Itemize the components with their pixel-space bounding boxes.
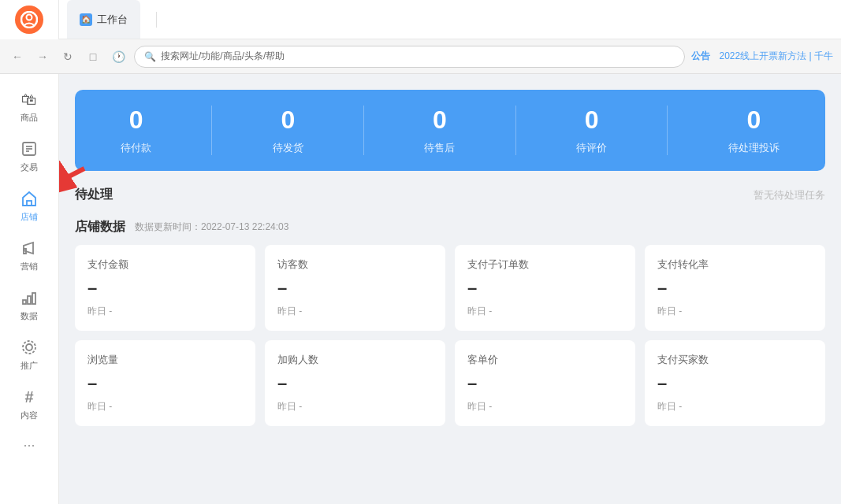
card-payment-amount: 支付金额 – 昨日 - [75, 245, 255, 331]
top-bar-divider [156, 12, 157, 28]
sidebar-item-data-label: 数据 [20, 310, 38, 322]
goods-icon: 🛍 [20, 90, 39, 109]
sidebar-item-content-label: 内容 [20, 410, 38, 421]
card-page-views: 浏览量 – 昨日 - [75, 340, 255, 426]
card-add-cart-value: – [277, 373, 433, 394]
card-paying-buyers: 支付买家数 – 昨日 - [645, 340, 825, 426]
content-icon: # [20, 387, 39, 406]
stat-pending-review-label: 待评价 [576, 141, 607, 155]
history-button[interactable]: 🕐 [109, 47, 128, 66]
card-paying-buyers-yesterday: 昨日 - [657, 400, 813, 413]
pending-title: 待处理 [75, 187, 113, 203]
shop-data-title: 店铺数据 [75, 219, 125, 235]
sidebar-item-marketing-label: 营销 [20, 261, 38, 272]
sidebar-item-promote[interactable]: 推广 [0, 330, 58, 380]
tab-workbench-label: 工作台 [97, 13, 128, 27]
card-paying-buyers-title: 支付买家数 [657, 353, 813, 367]
sidebar-item-trade[interactable]: 交易 [0, 132, 58, 181]
sidebar-item-data[interactable]: 数据 [0, 280, 58, 330]
card-payment-orders-title: 支付子订单数 [467, 258, 623, 272]
card-page-views-yesterday: 昨日 - [87, 400, 243, 413]
svg-point-10 [26, 344, 32, 350]
forward-button[interactable]: → [33, 47, 52, 66]
sidebar-item-marketing[interactable]: 营销 [0, 231, 58, 280]
announcement-text: 2022线上开票新方法 | 千牛 [720, 50, 833, 61]
new-tab-button[interactable]: □ [84, 47, 102, 66]
stat-pending-ship[interactable]: 0 待发货 [273, 106, 303, 155]
promote-icon [20, 338, 39, 357]
card-add-cart-title: 加购人数 [277, 353, 433, 367]
logo-icon [15, 6, 43, 34]
sidebar-item-promote-label: 推广 [20, 360, 38, 372]
sidebar-more[interactable]: ··· [0, 429, 58, 461]
shop-data-header: 店铺数据 数据更新时间：2022-07-13 22:24:03 [75, 219, 825, 235]
sidebar-item-goods[interactable]: 🛍 商品 [0, 82, 58, 132]
pending-section-header: 待处理 暂无待处理任务 [75, 187, 825, 203]
stat-divider-2 [363, 106, 364, 155]
stat-pending-after-sale-value: 0 [433, 106, 447, 135]
tab-workbench-icon: 🏠 [80, 13, 92, 26]
pending-empty-text: 暂无待处理任务 [754, 188, 825, 202]
stat-pending-ship-label: 待发货 [273, 141, 303, 155]
stat-pending-payment-value: 0 [129, 106, 143, 135]
card-payment-orders-value: – [467, 278, 623, 298]
trade-icon [20, 139, 39, 158]
stat-pending-payment-label: 待付款 [121, 141, 151, 155]
stats-banner: 0 待付款 0 待发货 0 待售后 0 待评价 0 待处理投诉 [75, 90, 825, 171]
card-payment-amount-yesterday: 昨日 - [87, 305, 243, 318]
card-page-views-value: – [87, 373, 243, 394]
sidebar-item-goods-label: 商品 [20, 112, 38, 124]
svg-rect-6 [27, 201, 32, 206]
announcement-label: 公告 [691, 50, 710, 61]
search-icon: 🔍 [144, 51, 156, 62]
tab-area: 🏠 工作台 [59, 0, 148, 39]
sidebar-item-shop[interactable]: 店铺 [0, 181, 58, 231]
card-visitors-value: – [277, 278, 433, 298]
announcement-bar: 公告 2022线上开票新方法 | 千牛 [691, 50, 833, 63]
stat-pending-payment[interactable]: 0 待付款 [121, 106, 151, 155]
card-visitors-title: 访客数 [277, 258, 433, 272]
card-page-views-title: 浏览量 [87, 353, 243, 367]
address-bar[interactable]: 🔍 搜索网址/功能/商品/头条/帮助 [134, 46, 685, 68]
sidebar-item-trade-label: 交易 [20, 161, 38, 173]
shop-icon [20, 189, 39, 208]
data-update-time: 数据更新时间：2022-07-13 22:24:03 [135, 220, 288, 234]
stat-pending-complaint[interactable]: 0 待处理投诉 [728, 106, 780, 155]
card-conversion-rate: 支付转化率 – 昨日 - [645, 245, 825, 331]
card-avg-order-value: – [467, 373, 623, 394]
back-button[interactable]: ← [8, 47, 27, 66]
card-payment-orders-yesterday: 昨日 - [467, 305, 623, 318]
card-conversion-rate-title: 支付转化率 [657, 258, 813, 272]
card-paying-buyers-value: – [657, 373, 813, 394]
card-conversion-rate-value: – [657, 278, 813, 298]
refresh-button[interactable]: ↻ [58, 47, 77, 66]
sidebar-item-shop-label: 店铺 [20, 211, 38, 223]
marketing-icon [20, 239, 39, 258]
browser-bar: ← → ↻ □ 🕐 🔍 搜索网址/功能/商品/头条/帮助 公告 2022线上开票… [0, 39, 841, 74]
card-visitors-yesterday: 昨日 - [277, 305, 433, 318]
stat-pending-after-sale-label: 待售后 [424, 141, 455, 155]
card-payment-orders: 支付子订单数 – 昨日 - [455, 245, 635, 331]
card-payment-amount-value: – [87, 278, 243, 298]
card-avg-order: 客单价 – 昨日 - [455, 340, 635, 426]
svg-rect-9 [32, 293, 35, 304]
sidebar-item-content[interactable]: # 内容 [0, 380, 58, 429]
card-conversion-rate-yesterday: 昨日 - [657, 305, 813, 318]
address-text: 搜索网址/功能/商品/头条/帮助 [161, 50, 285, 63]
stat-divider-4 [667, 106, 668, 155]
top-bar: 🏠 工作台 [0, 0, 841, 39]
card-add-cart: 加购人数 – 昨日 - [265, 340, 445, 426]
data-cards-grid: 支付金额 – 昨日 - 访客数 – 昨日 - 支付子订单数 – 昨日 - 支付转… [75, 245, 825, 426]
main-layout: 🛍 商品 交易 店铺 [0, 74, 841, 504]
stat-divider-1 [211, 106, 212, 155]
stat-divider-3 [515, 106, 516, 155]
card-add-cart-yesterday: 昨日 - [277, 400, 433, 413]
content-area: 0 待付款 0 待发货 0 待售后 0 待评价 0 待处理投诉 [59, 74, 841, 504]
stat-pending-review-value: 0 [585, 106, 599, 135]
svg-point-1 [27, 14, 32, 20]
stat-pending-review[interactable]: 0 待评价 [576, 106, 607, 155]
svg-rect-8 [28, 296, 31, 304]
tab-workbench[interactable]: 🏠 工作台 [67, 0, 140, 39]
stat-pending-after-sale[interactable]: 0 待售后 [424, 106, 455, 155]
svg-rect-7 [23, 300, 26, 304]
